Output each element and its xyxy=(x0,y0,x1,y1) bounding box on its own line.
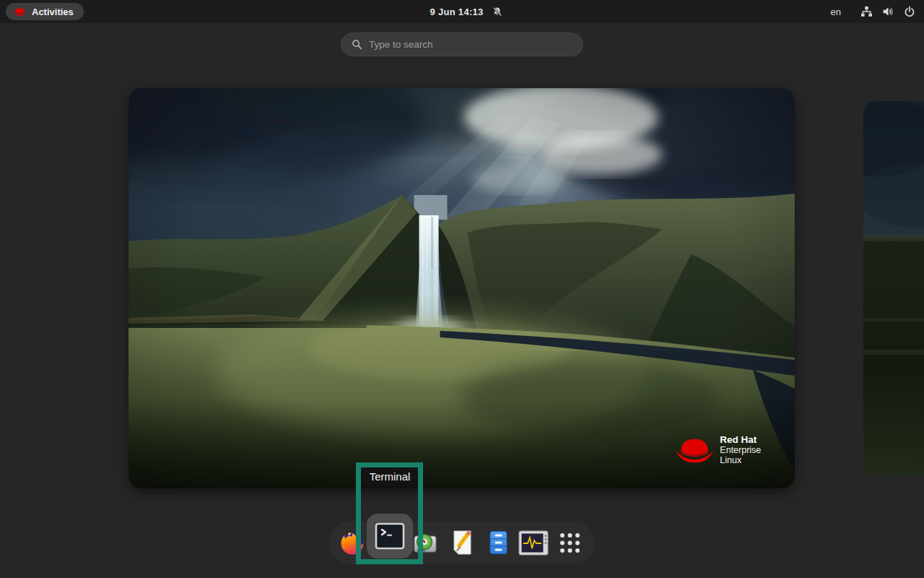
app-tooltip: Terminal xyxy=(361,466,419,486)
wallpaper-next-partial xyxy=(863,101,924,475)
search-icon xyxy=(352,39,362,50)
firefox-icon[interactable] xyxy=(340,531,365,558)
terminal-icon xyxy=(375,522,405,550)
network-wired-icon[interactable] xyxy=(860,6,873,17)
volume-icon[interactable] xyxy=(882,6,894,17)
brand-line-1: Red Hat xyxy=(720,434,761,445)
redhat-fedora-icon xyxy=(674,434,715,465)
clock-label: 9 Jun 14:13 xyxy=(430,7,484,17)
wallpaper-waterfall xyxy=(128,88,795,488)
disks-icon[interactable] xyxy=(411,528,440,560)
keyboard-layout-indicator[interactable]: en xyxy=(831,7,841,17)
files-icon[interactable] xyxy=(484,529,512,559)
rhel-brand-logo: Red Hat Enterprise Linux xyxy=(674,434,761,465)
system-status-area[interactable]: en xyxy=(831,0,915,23)
clock-button[interactable]: 9 Jun 14:13 xyxy=(430,0,503,23)
redhat-fedora-icon xyxy=(13,7,27,17)
activities-button[interactable]: Activities xyxy=(6,3,84,20)
workspace-preview-current[interactable]: Red Hat Enterprise Linux xyxy=(128,88,795,488)
notifications-disabled-icon xyxy=(492,7,503,17)
workspace-preview-next[interactable] xyxy=(863,101,924,475)
dock-app-terminal[interactable] xyxy=(367,514,413,558)
power-icon[interactable] xyxy=(904,6,915,17)
brand-line-2: Enterprise Linux xyxy=(720,445,761,465)
system-monitor-icon[interactable] xyxy=(518,530,549,559)
show-apps-grid-icon[interactable] xyxy=(559,532,580,556)
activities-label: Activities xyxy=(32,7,74,17)
text-editor-icon[interactable] xyxy=(448,529,476,559)
search-bar[interactable] xyxy=(341,33,583,56)
search-input[interactable] xyxy=(369,39,574,50)
top-bar: Activities 9 Jun 14:13 en xyxy=(0,0,924,23)
